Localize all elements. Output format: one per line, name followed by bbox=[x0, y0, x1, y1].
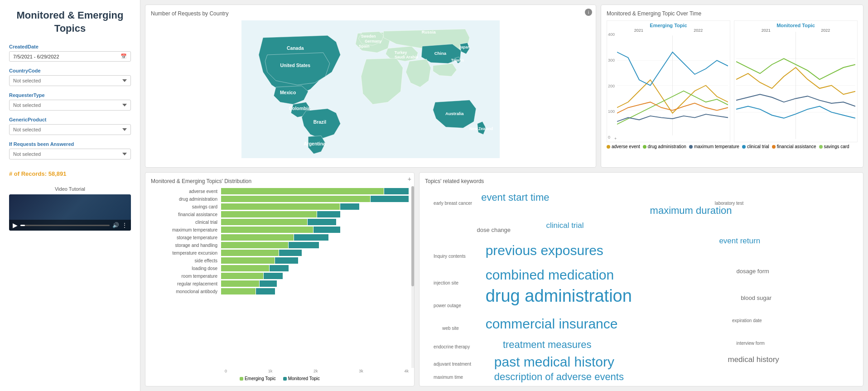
svg-text:Australia: Australia bbox=[445, 111, 464, 116]
bar-track bbox=[221, 257, 409, 264]
legend-label-drug: drug administration bbox=[648, 144, 686, 149]
timeseries-panel: Monitored & Emerging Topic Over Time Eme… bbox=[601, 5, 863, 168]
calendar-icon[interactable]: 📅 bbox=[121, 53, 127, 59]
bar-segment-monitored bbox=[289, 242, 319, 248]
bar-row: temperature excursion bbox=[151, 250, 409, 256]
bar-segment-monitored bbox=[313, 227, 340, 233]
generic-product-select[interactable]: Not selected bbox=[9, 124, 131, 135]
bar-segment-emerging bbox=[221, 273, 263, 279]
requester-type-select[interactable]: Not selected bbox=[9, 100, 131, 111]
bar-track bbox=[221, 203, 409, 210]
svg-text:Mexico: Mexico bbox=[280, 90, 296, 95]
bar-segment-emerging bbox=[221, 234, 294, 241]
bar-segment-emerging bbox=[221, 203, 340, 210]
wordcloud-container: early breast cancerevent start timelabor… bbox=[425, 188, 858, 377]
bar-label: adverse event bbox=[151, 189, 221, 194]
legend-label-monitored: Monitored Topic bbox=[288, 376, 320, 381]
bar-row: drug administration bbox=[151, 196, 409, 202]
svg-text:Taiwan: Taiwan bbox=[451, 58, 464, 63]
bar-segment-emerging bbox=[221, 280, 259, 287]
svg-text:Germany: Germany bbox=[365, 39, 381, 43]
legend-financial: financial assistance bbox=[772, 144, 816, 149]
legend-max-temp: maximum temperature bbox=[689, 144, 739, 149]
svg-text:New Zealand: New Zealand bbox=[469, 126, 493, 131]
word-item: maximum duration bbox=[650, 205, 732, 217]
map-info-icon[interactable]: i bbox=[585, 9, 592, 16]
bar-track bbox=[221, 227, 409, 233]
word-item: expiration date bbox=[732, 318, 762, 323]
wordcloud-panel: Topics' related keywords early breast ca… bbox=[419, 172, 863, 386]
volume-icon[interactable]: 🔊 bbox=[112, 222, 119, 228]
bar-segment-monitored bbox=[308, 219, 336, 225]
bar-label: loading dose bbox=[151, 266, 221, 271]
bar-segment-emerging bbox=[221, 227, 313, 233]
date-range-input[interactable]: 7/5/2021 - 6/29/2022 📅 bbox=[9, 51, 131, 62]
scrollbar-handle[interactable] bbox=[411, 186, 414, 286]
filter-requester-type: RequesterType Not selected bbox=[9, 92, 131, 111]
legend-savings: savings card bbox=[819, 144, 849, 149]
filter-label-requester: RequesterType bbox=[9, 92, 131, 98]
legend-label-emerging: Emerging Topic bbox=[245, 376, 276, 381]
bar-track bbox=[221, 211, 409, 217]
bar-segment-emerging bbox=[221, 211, 317, 217]
bar-segment-monitored bbox=[264, 273, 283, 279]
bar-segment-monitored bbox=[256, 288, 275, 294]
bar-chart-container[interactable]: adverse eventdrug administrationsavings … bbox=[151, 188, 409, 368]
svg-text:Spain: Spain bbox=[359, 44, 369, 48]
more-icon[interactable]: ⋮ bbox=[122, 222, 127, 228]
bar-label: savings card bbox=[151, 204, 221, 209]
scrollbar-track bbox=[411, 186, 414, 368]
video-label: Video Tutorial bbox=[9, 186, 131, 192]
bar-track bbox=[221, 280, 409, 287]
word-item: dosage form bbox=[737, 268, 769, 275]
svg-text:Canada: Canada bbox=[287, 46, 304, 51]
legend-emerging: Emerging Topic bbox=[240, 376, 276, 381]
sidebar-title: Monitored & Emerging Topics bbox=[9, 9, 131, 35]
video-tutorial: Video Tutorial ▶ 🔊 ⋮ bbox=[9, 186, 131, 231]
bar-chart-axis: 0 1k 2k 3k 4k bbox=[151, 369, 409, 373]
svg-text:Sweden: Sweden bbox=[361, 34, 376, 39]
play-icon[interactable]: ▶ bbox=[13, 222, 18, 229]
legend-dot-adverse bbox=[607, 145, 610, 149]
main-content: Number of Requests by Country i bbox=[140, 0, 868, 391]
bar-segment-emerging bbox=[221, 219, 307, 225]
bar-row: loading dose bbox=[151, 265, 409, 271]
bar-segment-monitored bbox=[294, 234, 328, 241]
bar-segment-emerging bbox=[221, 196, 370, 202]
word-item: endocrine therapy bbox=[434, 344, 470, 349]
bar-row: adverse event bbox=[151, 188, 409, 194]
bar-segment-monitored bbox=[384, 188, 409, 194]
svg-text:China: China bbox=[434, 51, 447, 56]
sidebar-collapse-tab[interactable]: ◀ bbox=[140, 187, 140, 205]
word-item: power outage bbox=[434, 303, 461, 308]
legend-label-maxtemp: maximum temperature bbox=[694, 144, 739, 149]
bar-label: financial assistance bbox=[151, 212, 221, 217]
monitored-chart: Monitored Topic 2021 2022 bbox=[734, 20, 858, 142]
video-player[interactable]: ▶ 🔊 ⋮ bbox=[9, 194, 131, 231]
legend-label-clinical: clinical trial bbox=[747, 144, 769, 149]
if-answered-select[interactable]: Not selected bbox=[9, 149, 131, 159]
date-range-value: 7/5/2021 - 6/29/2022 bbox=[13, 54, 59, 59]
records-count: # of Records: 58,891 bbox=[9, 170, 131, 177]
bar-segment-emerging bbox=[221, 242, 288, 248]
word-item: event return bbox=[719, 237, 760, 246]
records-value: 58,891 bbox=[48, 170, 67, 177]
map-container: Canada United States Mexico Colombia Bra… bbox=[151, 20, 590, 158]
bar-track bbox=[221, 242, 409, 248]
plus-icon-emerging[interactable]: + bbox=[614, 136, 617, 141]
word-item: interview form bbox=[737, 340, 765, 345]
bar-row: maximum temperature bbox=[151, 227, 409, 233]
bar-row: clinical trial bbox=[151, 219, 409, 225]
bar-chart-expand-icon[interactable]: + bbox=[408, 175, 411, 183]
filter-generic-product: GenericProduct Not selected bbox=[9, 117, 131, 135]
bar-track bbox=[221, 196, 409, 202]
svg-text:United States: United States bbox=[280, 63, 310, 68]
legend-dot-monitored bbox=[283, 377, 287, 381]
filter-created-date: CreatedDate 7/5/2021 - 6/29/2022 📅 bbox=[9, 44, 131, 62]
bar-row: savings card bbox=[151, 203, 409, 210]
word-item: drug administration bbox=[486, 286, 632, 305]
bar-segment-emerging bbox=[221, 288, 256, 294]
legend-label-financial: financial assistance bbox=[777, 144, 816, 149]
bar-track bbox=[221, 188, 409, 194]
country-code-select[interactable]: Not selected bbox=[9, 75, 131, 86]
